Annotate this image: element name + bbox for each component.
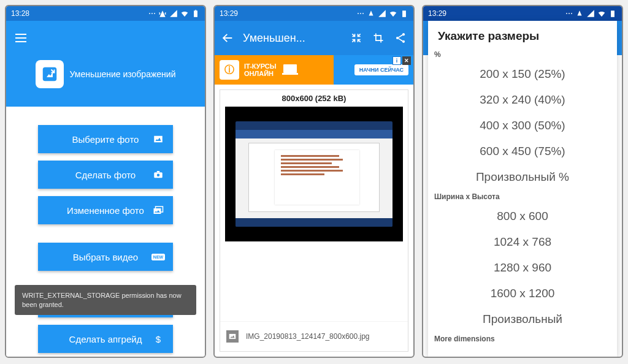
image-preview[interactable]: [225, 107, 403, 241]
ad-close-icon[interactable]: ✕: [402, 56, 411, 65]
ad-info-icon[interactable]: i: [392, 56, 401, 65]
more-icon: ⋯: [148, 9, 156, 18]
svg-rect-1: [195, 10, 196, 10]
section-more: More dimensions: [428, 332, 617, 346]
svg-rect-7: [154, 208, 161, 214]
svg-rect-2: [42, 67, 56, 82]
size-option[interactable]: 600 x 450 (75%): [428, 138, 617, 164]
more-icon: ⋯: [357, 9, 364, 18]
app-bar: Уменьшен...: [215, 21, 413, 55]
status-bar: 13:29 ⋯: [423, 6, 622, 21]
take-photo-button[interactable]: Сделать фото: [38, 161, 173, 189]
size-option[interactable]: 1024 x 768: [428, 229, 617, 255]
size-option[interactable]: 800 x 600: [428, 203, 617, 229]
app-bar: [6, 21, 205, 55]
svg-rect-9: [402, 10, 406, 17]
new-badge-icon: NEW: [152, 254, 164, 260]
svg-rect-15: [229, 334, 236, 339]
svg-point-5: [157, 174, 160, 177]
select-video-button[interactable]: Выбрать видео NEW: [38, 243, 173, 271]
select-photo-button[interactable]: Выберите фото: [38, 125, 173, 153]
menu-icon[interactable]: [13, 31, 28, 45]
ad-banner[interactable]: ⓘ IT-КУРСЫ ОНЛАЙН НАЧНИ СЕЙЧАС i ✕: [215, 55, 413, 85]
button-column: Выберите фото Сделать фото Измененное фо…: [6, 107, 205, 357]
hero-banner: Уменьшение изображений: [6, 55, 205, 107]
wifi-icon: [389, 9, 397, 18]
signal-icon: [169, 9, 178, 18]
signal-icon: [586, 9, 595, 18]
phone-screen-1: 13:28 ⋯ Уменьшение изображений Выберите …: [5, 5, 206, 358]
size-option[interactable]: 400 x 300 (50%): [428, 113, 617, 138]
dialog-title: Укажите размеры: [428, 21, 617, 48]
back-icon[interactable]: [221, 31, 234, 45]
camera-icon: [152, 169, 164, 180]
modified-photo-button[interactable]: Измененное фото: [38, 196, 173, 224]
vibrate-icon: [367, 9, 375, 18]
size-option[interactable]: 1280 x 960: [428, 255, 617, 281]
app-title: Уменьшение изображений: [70, 69, 176, 79]
file-row[interactable]: IMG_20190813_124147_800x600.jpg: [220, 321, 408, 351]
image-card: 800x600 (252 kB) IMG_20190813_124147_800…: [220, 89, 408, 352]
vibrate-icon: [575, 9, 584, 18]
svg-rect-6: [157, 171, 160, 172]
ad-logo-icon: ⓘ: [220, 60, 239, 80]
wifi-icon: [597, 9, 606, 18]
svg-rect-14: [282, 73, 298, 75]
size-option[interactable]: 320 x 240 (40%): [428, 87, 617, 113]
status-time: 13:28: [11, 9, 29, 18]
vibrate-icon: [158, 9, 167, 18]
file-image-icon: [226, 330, 239, 343]
app-logo-icon: [36, 60, 64, 88]
signal-icon: [378, 9, 386, 18]
status-icons: ⋯: [357, 9, 408, 18]
status-bar: 13:29 ⋯: [215, 6, 413, 21]
desktop-screenshot: [236, 121, 392, 227]
status-icons: ⋯: [148, 9, 200, 18]
appbar-title: Уменьшен...: [243, 32, 341, 45]
toast-message: WRITE_EXTERNAL_STORAGE permission has no…: [15, 285, 196, 315]
image-icon: [152, 134, 164, 145]
collapse-icon[interactable]: [350, 31, 363, 45]
wifi-icon: [180, 9, 189, 18]
battery-icon: [191, 9, 200, 18]
share-icon[interactable]: [394, 31, 407, 45]
more-icon: ⋯: [565, 9, 573, 18]
svg-rect-3: [154, 136, 163, 143]
section-percent: %: [428, 48, 617, 61]
document-window: [248, 143, 380, 212]
dollar-icon: $: [152, 334, 164, 344]
size-option[interactable]: Произвольный %: [428, 164, 617, 190]
image-caption: 800x600 (252 kB): [220, 90, 408, 107]
svg-rect-16: [611, 10, 615, 17]
battery-icon: [608, 9, 617, 18]
status-time: 13:29: [428, 9, 446, 18]
size-option[interactable]: 1600 x 1200: [428, 281, 617, 306]
svg-rect-13: [283, 64, 297, 73]
size-option[interactable]: Произвольный: [428, 306, 617, 332]
status-bar: 13:28 ⋯: [6, 6, 205, 21]
status-icons: ⋯: [565, 9, 617, 18]
section-wh: Ширина x Высота: [428, 190, 617, 203]
phone-screen-2: 13:29 ⋯ Уменьшен... ⓘ IT-КУРСЫ ОНЛАЙН НА…: [213, 5, 415, 358]
file-name: IMG_20190813_124147_800x600.jpg: [246, 332, 370, 341]
crop-rotate-icon[interactable]: [372, 31, 385, 45]
dialog-options: % 200 x 150 (25%) 320 x 240 (40%) 400 x …: [428, 48, 617, 357]
svg-rect-0: [194, 10, 197, 17]
phone-screen-3: 13:29 ⋯ ✕ Укажите размеры % 200 x 150 (2…: [422, 5, 623, 358]
ad-cta-button[interactable]: НАЧНИ СЕЙЧАС: [354, 64, 408, 75]
status-time: 13:29: [220, 9, 238, 18]
upgrade-button[interactable]: Сделать апгрейд $: [38, 325, 173, 353]
size-option[interactable]: 200 x 150 (25%): [428, 61, 617, 87]
ad-laptop-icon: [281, 63, 299, 77]
ad-text: IT-КУРСЫ ОНЛАЙН: [244, 63, 276, 77]
battery-icon: [400, 9, 408, 18]
gallery-icon: [152, 205, 164, 216]
size-dialog: Укажите размеры % 200 x 150 (25%) 320 x …: [428, 21, 617, 357]
